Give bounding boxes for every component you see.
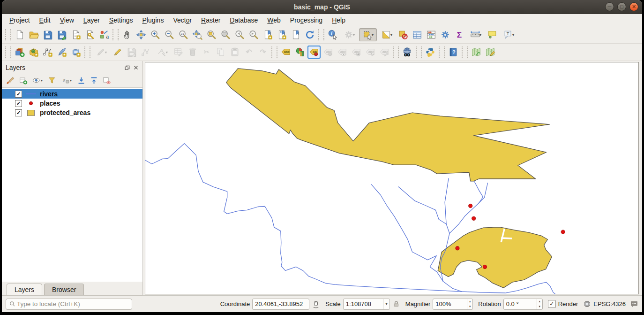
manage-map-themes-button[interactable]: ▾ [30,75,45,86]
new-spatial-bookmark-button[interactable]: ★ [261,28,274,41]
toggle-editing-button[interactable] [111,46,124,59]
copy-features-button[interactable] [214,46,227,59]
layer-visibility-checkbox[interactable]: ✓ [15,91,22,98]
open-attribute-table-button[interactable] [411,28,424,41]
layer-visibility-checkbox[interactable]: ✓ [15,100,22,107]
new-virtual-layer-button[interactable]: ★ [55,46,68,59]
dropdown-arrow-icon[interactable]: ▾ [512,33,514,37]
maximize-button[interactable]: □ [617,2,626,11]
measure-line-button[interactable]: ▾ [467,28,485,41]
crs-status[interactable]: EPSG:4326 [593,300,626,307]
select-features-by-value-button[interactable]: ▾ [378,28,396,41]
dropdown-arrow-icon[interactable]: ▾ [372,33,374,37]
save-project-button[interactable] [41,28,54,41]
open-data-source-manager-button[interactable] [13,46,26,59]
zoom-last-button[interactable] [233,28,246,41]
paste-features-button[interactable] [228,46,241,59]
remove-layer-button[interactable] [101,75,112,86]
dock-tab-layers[interactable]: Layers [7,284,42,295]
rotation-spin-icons[interactable]: ▲▼ [537,299,542,309]
render-checkbox[interactable]: ✓ [548,300,556,308]
scale-dropdown-icon[interactable]: ▾ [383,299,389,309]
mouse-position-toggle-icon[interactable] [312,300,320,308]
current-edits-button[interactable]: ▾ [92,46,110,59]
redo-button[interactable]: ↷ [256,46,270,59]
plugin-grass-tools-button[interactable] [470,46,483,59]
magnifier-input[interactable] [433,300,467,307]
processing-toolbox-button[interactable] [439,28,452,41]
highlight-pinned-labels-button[interactable]: abc [322,46,335,59]
layer-labeling-options-button[interactable]: abc [279,46,292,59]
python-console-button[interactable] [424,46,437,59]
close-button[interactable]: ✕ [629,2,638,11]
menu-settings[interactable]: Settings [105,15,138,25]
dropdown-arrow-icon[interactable]: ▾ [479,33,481,37]
crs-globe-icon[interactable] [583,300,591,308]
pan-map-button[interactable] [120,28,134,41]
deselect-features-all-layers-button[interactable] [397,28,410,41]
plugin-map-editing-button[interactable] [484,46,497,59]
new-print-layout-button[interactable]: ★ [69,28,82,41]
expand-all-button[interactable] [75,75,87,86]
panel-float-icon[interactable] [123,64,131,71]
text-annotation-button[interactable]: T▾ [500,28,517,41]
title-bar[interactable]: basic_map - QGIS ─ □ ✕ [2,0,642,14]
show-layout-manager-button[interactable] [83,28,97,41]
messages-icon[interactable] [630,300,638,308]
zoom-next-button[interactable] [247,28,260,41]
add-group-button[interactable] [17,75,29,86]
select-features-by-rectangle-button[interactable]: ▾ [359,28,377,41]
menu-plugins[interactable]: Plugins [137,15,168,25]
identify-features-button[interactable]: i [326,28,339,41]
move-label-button[interactable]: abc [350,46,363,59]
layer-item-rivers[interactable]: ✓rivers [2,89,142,99]
panel-close-icon[interactable] [132,64,140,71]
show-bookmark-manager-button[interactable] [289,28,302,41]
menu-processing[interactable]: Processing [285,15,327,25]
save-layer-edits-button[interactable] [125,46,138,59]
zoom-in-button[interactable] [149,28,162,41]
menu-edit[interactable]: Edit [35,15,55,25]
open-project-button[interactable] [27,28,40,41]
scale-lock-icon[interactable] [392,300,400,308]
filter-legend-button[interactable] [46,75,58,86]
menu-layer[interactable]: Layer [79,15,105,25]
help-contents-button[interactable]: ? [447,46,460,59]
layer-item-places[interactable]: ✓places [2,99,142,108]
vertex-tool-button[interactable]: ▾ [153,46,171,59]
layer-diagram-options-button[interactable] [293,46,307,59]
change-label-button[interactable]: abc [378,46,391,59]
scale-input[interactable] [344,300,383,307]
open-layer-styling-button[interactable] [5,75,16,86]
rotate-label-button[interactable]: abc↻ [364,46,377,59]
menu-help[interactable]: Help [327,15,350,25]
menu-web[interactable]: Web [262,15,285,25]
zoom-native-button[interactable]: 1:1 [177,28,190,41]
dropdown-arrow-icon[interactable]: ▾ [166,50,168,54]
run-feature-action-button[interactable]: ▾ [340,28,358,41]
new-geopackage-layer-button[interactable]: ★ [27,46,40,59]
dropdown-arrow-icon[interactable]: ▾ [105,50,107,54]
show-hide-labels-button[interactable]: abc [336,46,349,59]
new-shapefile-layer-button[interactable]: ★ [41,46,54,59]
collapse-all-button[interactable] [88,75,99,86]
zoom-to-layer-button[interactable] [219,28,232,41]
add-feature-button[interactable] [139,46,152,59]
metasearch-button[interactable] [401,46,414,59]
menu-project[interactable]: Project [5,15,35,25]
show-statistical-summary-button[interactable]: Σ [453,28,466,41]
menu-database[interactable]: Database [225,15,262,25]
show-map-tips-button[interactable] [486,28,499,41]
open-field-calculator-button[interactable] [425,28,438,41]
layer-visibility-checkbox[interactable]: ✓ [15,109,22,116]
zoom-to-selection-button[interactable] [205,28,218,41]
filter-by-expression-button[interactable]: ε▾ [59,75,74,86]
coordinate-input[interactable] [253,300,309,307]
cut-features-button[interactable]: ✂ [200,46,213,59]
map-canvas[interactable] [145,62,639,294]
dropdown-arrow-icon[interactable]: ▾ [353,33,355,37]
delete-selected-button[interactable] [186,46,199,59]
dropdown-arrow-icon[interactable]: ▾ [41,78,43,83]
minimize-button[interactable]: ─ [605,2,614,11]
dropdown-arrow-icon[interactable]: ▾ [70,78,72,83]
